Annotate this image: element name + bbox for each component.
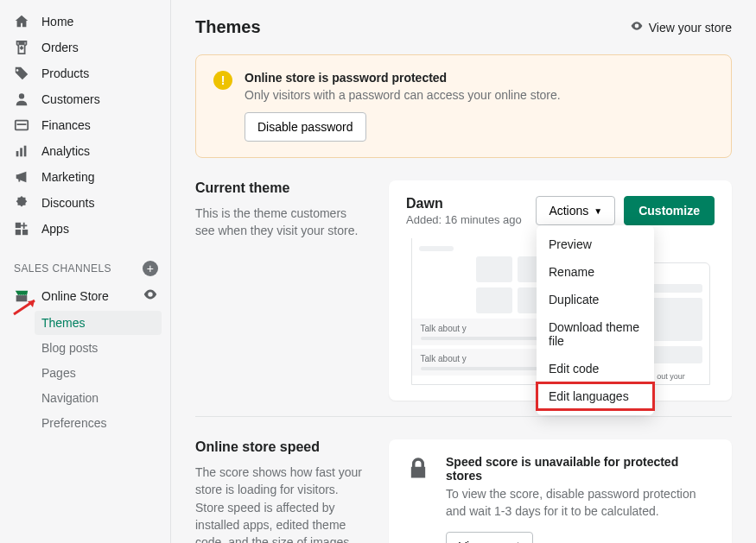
nav-marketing[interactable]: Marketing: [0, 164, 170, 190]
alert-text: Only visitors with a password can access…: [245, 88, 561, 102]
nav-label: Orders: [41, 41, 79, 54]
finances-icon: [14, 117, 29, 133]
sidebar: Home Orders Products Customers Finances …: [0, 0, 171, 543]
speed-card: Speed score is unavailable for protected…: [389, 439, 732, 543]
nav-apps[interactable]: Apps: [0, 216, 170, 242]
svg-rect-5: [24, 146, 27, 157]
subnav-blog-posts[interactable]: Blog posts: [35, 336, 162, 360]
current-theme-heading: Current theme: [195, 180, 368, 196]
nav-discounts[interactable]: Discounts: [0, 190, 170, 216]
theme-actions-button[interactable]: Actions ▼: [536, 196, 615, 225]
password-alert: ! Online store is password protected Onl…: [195, 54, 732, 158]
svg-rect-7: [22, 230, 28, 235]
svg-rect-9: [16, 295, 28, 301]
speed-title: Speed score is unavailable for protected…: [446, 455, 715, 483]
theme-name: Dawn: [406, 196, 522, 212]
subnav-pages[interactable]: Pages: [35, 361, 162, 385]
subnav-themes[interactable]: Themes: [35, 311, 162, 335]
svg-rect-8: [16, 230, 21, 235]
svg-rect-3: [16, 151, 19, 156]
nav-products[interactable]: Products: [0, 60, 170, 86]
current-theme-desc: This is the theme customers see when the…: [195, 205, 368, 240]
orders-icon: [14, 40, 29, 55]
view-store-label: View your store: [649, 21, 732, 35]
actions-dropdown: Preview Rename Duplicate Download theme …: [537, 225, 654, 415]
discount-icon: [14, 195, 29, 211]
chevron-down-icon: ▼: [594, 206, 602, 216]
disable-password-button[interactable]: Disable password: [245, 112, 366, 142]
svg-rect-6: [16, 223, 21, 228]
tag-icon: [14, 66, 29, 81]
nav-customers[interactable]: Customers: [0, 86, 170, 112]
divider: [195, 416, 732, 417]
view-store-link[interactable]: View your store: [630, 19, 732, 35]
svg-rect-2: [17, 123, 27, 125]
dropdown-edit-languages[interactable]: Edit languages: [537, 382, 654, 410]
alert-title: Online store is password protected: [245, 71, 561, 85]
dropdown-download[interactable]: Download theme file: [537, 313, 654, 355]
speed-text: To view the score, disable password prot…: [446, 486, 715, 520]
nav-label: Marketing: [41, 170, 94, 184]
nav-finances[interactable]: Finances: [0, 112, 170, 138]
actions-label: Actions: [549, 204, 588, 218]
theme-added: Added: 16 minutes ago: [406, 213, 522, 226]
nav-label: Home: [41, 15, 73, 28]
dropdown-preview[interactable]: Preview: [537, 230, 654, 258]
nav-label: Discounts: [41, 196, 94, 210]
view-store-icon[interactable]: [143, 287, 158, 305]
speed-desc: The score shows how fast your store is l…: [195, 464, 368, 543]
nav-label: Finances: [41, 118, 91, 132]
section-label: SALES CHANNELS: [14, 262, 111, 275]
nav-orders[interactable]: Orders: [0, 35, 170, 60]
channel-label: Online Store: [41, 289, 109, 303]
add-channel-button[interactable]: +: [143, 261, 158, 276]
page-title: Themes: [195, 17, 261, 37]
megaphone-icon: [14, 169, 29, 185]
theme-card: Dawn Added: 16 minutes ago Actions ▼ Cus…: [389, 180, 732, 401]
apps-icon: [14, 221, 29, 237]
main-content: Themes View your store ! Online store is…: [171, 0, 756, 543]
analytics-icon: [14, 143, 29, 159]
view-report-button[interactable]: View report: [446, 532, 533, 543]
eye-icon: [630, 19, 644, 35]
channel-online-store[interactable]: Online Store: [0, 281, 170, 310]
nav-label: Products: [41, 66, 89, 80]
warning-icon: !: [213, 71, 232, 90]
nav-analytics[interactable]: Analytics: [0, 138, 170, 164]
dropdown-duplicate[interactable]: Duplicate: [537, 286, 654, 313]
dropdown-edit-code[interactable]: Edit code: [537, 355, 654, 382]
subnav-preferences[interactable]: Preferences: [35, 411, 162, 435]
svg-rect-4: [20, 148, 22, 156]
home-icon: [14, 14, 29, 29]
dropdown-rename[interactable]: Rename: [537, 258, 654, 286]
speed-heading: Online store speed: [195, 439, 368, 455]
nav-label: Analytics: [41, 144, 90, 158]
store-icon: [14, 288, 29, 304]
person-icon: [14, 92, 29, 107]
sales-channels-header: SALES CHANNELS +: [0, 254, 170, 281]
subnav-navigation[interactable]: Navigation: [35, 386, 162, 410]
customize-button[interactable]: Customize: [624, 196, 715, 225]
nav-home[interactable]: Home: [0, 9, 170, 35]
nav-label: Customers: [41, 92, 100, 106]
lock-icon: [406, 455, 430, 481]
nav-label: Apps: [41, 222, 69, 236]
svg-point-0: [19, 93, 24, 98]
